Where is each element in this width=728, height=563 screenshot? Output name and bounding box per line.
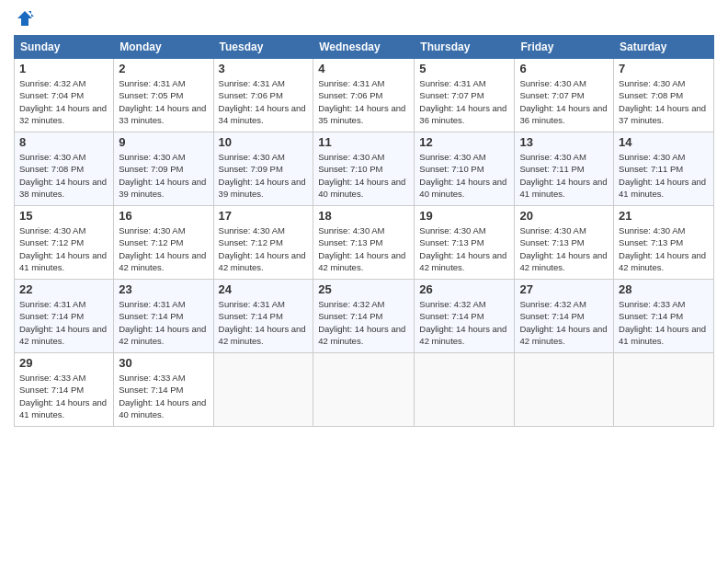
calendar-cell: 2 Sunrise: 4:31 AMSunset: 7:05 PMDayligh…: [114, 59, 213, 132]
header: [14, 9, 714, 28]
calendar-week-5: 29 Sunrise: 4:33 AMSunset: 7:14 PMDaylig…: [15, 353, 714, 427]
calendar-table: SundayMondayTuesdayWednesdayThursdayFrid…: [14, 35, 714, 427]
day-info: Sunrise: 4:30 AMSunset: 7:10 PMDaylight:…: [318, 152, 405, 199]
day-number: 8: [19, 135, 108, 149]
day-info: Sunrise: 4:31 AMSunset: 7:07 PMDaylight:…: [419, 78, 506, 125]
day-info: Sunrise: 4:31 AMSunset: 7:06 PMDaylight:…: [318, 78, 405, 125]
day-number: 1: [19, 62, 108, 75]
day-number: 5: [419, 62, 509, 75]
day-info: Sunrise: 4:30 AMSunset: 7:11 PMDaylight:…: [519, 152, 607, 199]
calendar-cell: [313, 353, 415, 427]
day-info: Sunrise: 4:30 AMSunset: 7:13 PMDaylight:…: [519, 225, 607, 272]
calendar-cell: 6 Sunrise: 4:30 AMSunset: 7:07 PMDayligh…: [515, 59, 614, 132]
logo-text: [14, 9, 36, 28]
day-info: Sunrise: 4:33 AMSunset: 7:14 PMDaylight:…: [619, 299, 706, 346]
calendar-cell: 5 Sunrise: 4:31 AMSunset: 7:07 PMDayligh…: [415, 59, 515, 132]
logo: [14, 9, 36, 28]
calendar-week-1: 1 Sunrise: 4:32 AMSunset: 7:04 PMDayligh…: [15, 59, 714, 132]
day-number: 23: [119, 282, 208, 296]
day-info: Sunrise: 4:33 AMSunset: 7:14 PMDaylight:…: [119, 373, 206, 419]
day-info: Sunrise: 4:30 AMSunset: 7:12 PMDaylight:…: [19, 225, 107, 272]
day-number: 25: [318, 282, 409, 296]
day-number: 15: [19, 209, 108, 223]
day-info: Sunrise: 4:31 AMSunset: 7:14 PMDaylight:…: [119, 299, 206, 346]
day-info: Sunrise: 4:30 AMSunset: 7:08 PMDaylight:…: [19, 152, 107, 199]
calendar-cell: 28 Sunrise: 4:33 AMSunset: 7:14 PMDaylig…: [614, 280, 714, 353]
day-number: 3: [219, 62, 309, 75]
day-info: Sunrise: 4:30 AMSunset: 7:13 PMDaylight:…: [318, 225, 405, 272]
calendar-cell: 8 Sunrise: 4:30 AMSunset: 7:08 PMDayligh…: [15, 132, 114, 206]
day-info: Sunrise: 4:30 AMSunset: 7:13 PMDaylight:…: [619, 225, 706, 272]
calendar-header-tuesday: Tuesday: [213, 36, 313, 59]
calendar-cell: 21 Sunrise: 4:30 AMSunset: 7:13 PMDaylig…: [614, 206, 714, 280]
day-info: Sunrise: 4:31 AMSunset: 7:05 PMDaylight:…: [119, 78, 206, 125]
calendar-cell: 20 Sunrise: 4:30 AMSunset: 7:13 PMDaylig…: [515, 206, 614, 280]
calendar-cell: 27 Sunrise: 4:32 AMSunset: 7:14 PMDaylig…: [515, 280, 614, 353]
day-info: Sunrise: 4:32 AMSunset: 7:14 PMDaylight:…: [519, 299, 607, 346]
calendar-cell: 17 Sunrise: 4:30 AMSunset: 7:12 PMDaylig…: [213, 206, 313, 280]
day-info: Sunrise: 4:30 AMSunset: 7:12 PMDaylight:…: [219, 225, 306, 272]
day-number: 20: [519, 209, 609, 223]
calendar-cell: 12 Sunrise: 4:30 AMSunset: 7:10 PMDaylig…: [415, 132, 515, 206]
day-number: 24: [219, 282, 309, 296]
calendar-cell: 25 Sunrise: 4:32 AMSunset: 7:14 PMDaylig…: [313, 280, 415, 353]
day-number: 27: [519, 282, 609, 296]
calendar-header-sunday: Sunday: [15, 36, 114, 59]
day-info: Sunrise: 4:30 AMSunset: 7:08 PMDaylight:…: [619, 78, 706, 125]
day-number: 6: [519, 62, 609, 75]
day-number: 26: [419, 282, 509, 296]
day-number: 29: [19, 356, 108, 370]
calendar-cell: 29 Sunrise: 4:33 AMSunset: 7:14 PMDaylig…: [15, 353, 114, 427]
day-number: 4: [318, 62, 409, 75]
calendar-header-thursday: Thursday: [415, 36, 515, 59]
day-info: Sunrise: 4:32 AMSunset: 7:14 PMDaylight:…: [318, 299, 405, 346]
calendar-cell: 9 Sunrise: 4:30 AMSunset: 7:09 PMDayligh…: [114, 132, 213, 206]
day-number: 11: [318, 135, 409, 149]
logo-icon: [16, 9, 34, 28]
day-info: Sunrise: 4:30 AMSunset: 7:13 PMDaylight:…: [419, 225, 506, 272]
day-number: 21: [619, 209, 709, 223]
calendar-cell: [614, 353, 714, 427]
day-number: 14: [619, 135, 709, 149]
svg-marker-0: [17, 11, 32, 26]
day-info: Sunrise: 4:32 AMSunset: 7:04 PMDaylight:…: [19, 78, 107, 125]
calendar-cell: 18 Sunrise: 4:30 AMSunset: 7:13 PMDaylig…: [313, 206, 415, 280]
day-number: 30: [119, 356, 208, 370]
day-number: 19: [419, 209, 509, 223]
day-number: 16: [119, 209, 208, 223]
day-number: 17: [219, 209, 309, 223]
calendar-cell: 24 Sunrise: 4:31 AMSunset: 7:14 PMDaylig…: [213, 280, 313, 353]
calendar-cell: 26 Sunrise: 4:32 AMSunset: 7:14 PMDaylig…: [415, 280, 515, 353]
calendar-cell: 4 Sunrise: 4:31 AMSunset: 7:06 PMDayligh…: [313, 59, 415, 132]
calendar-cell: 3 Sunrise: 4:31 AMSunset: 7:06 PMDayligh…: [213, 59, 313, 132]
calendar-cell: 16 Sunrise: 4:30 AMSunset: 7:12 PMDaylig…: [114, 206, 213, 280]
day-info: Sunrise: 4:33 AMSunset: 7:14 PMDaylight:…: [19, 373, 107, 419]
day-number: 10: [219, 135, 309, 149]
day-info: Sunrise: 4:30 AMSunset: 7:09 PMDaylight:…: [219, 152, 306, 199]
page: SundayMondayTuesdayWednesdayThursdayFrid…: [0, 0, 728, 563]
calendar-header-row: SundayMondayTuesdayWednesdayThursdayFrid…: [15, 36, 714, 59]
calendar-cell: 30 Sunrise: 4:33 AMSunset: 7:14 PMDaylig…: [114, 353, 213, 427]
calendar-cell: [213, 353, 313, 427]
calendar-week-3: 15 Sunrise: 4:30 AMSunset: 7:12 PMDaylig…: [15, 206, 714, 280]
day-number: 22: [19, 282, 108, 296]
calendar-cell: 19 Sunrise: 4:30 AMSunset: 7:13 PMDaylig…: [415, 206, 515, 280]
day-number: 12: [419, 135, 509, 149]
day-info: Sunrise: 4:32 AMSunset: 7:14 PMDaylight:…: [419, 299, 506, 346]
calendar-cell: 15 Sunrise: 4:30 AMSunset: 7:12 PMDaylig…: [15, 206, 114, 280]
day-info: Sunrise: 4:30 AMSunset: 7:10 PMDaylight:…: [419, 152, 506, 199]
day-number: 18: [318, 209, 409, 223]
calendar-cell: 23 Sunrise: 4:31 AMSunset: 7:14 PMDaylig…: [114, 280, 213, 353]
calendar-cell: 1 Sunrise: 4:32 AMSunset: 7:04 PMDayligh…: [15, 59, 114, 132]
day-number: 2: [119, 62, 208, 75]
calendar-cell: [415, 353, 515, 427]
day-info: Sunrise: 4:30 AMSunset: 7:11 PMDaylight:…: [619, 152, 706, 199]
calendar-header-saturday: Saturday: [614, 36, 714, 59]
calendar-cell: 11 Sunrise: 4:30 AMSunset: 7:10 PMDaylig…: [313, 132, 415, 206]
calendar-header-friday: Friday: [515, 36, 614, 59]
day-info: Sunrise: 4:30 AMSunset: 7:12 PMDaylight:…: [119, 225, 206, 272]
calendar-cell: 7 Sunrise: 4:30 AMSunset: 7:08 PMDayligh…: [614, 59, 714, 132]
calendar-cell: [515, 353, 614, 427]
calendar-cell: 14 Sunrise: 4:30 AMSunset: 7:11 PMDaylig…: [614, 132, 714, 206]
calendar-header-monday: Monday: [114, 36, 213, 59]
